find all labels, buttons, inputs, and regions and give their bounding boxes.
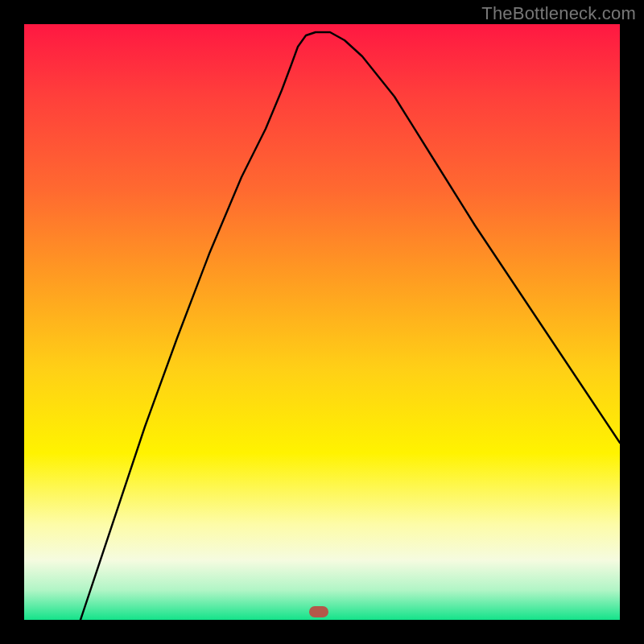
plot-area — [24, 24, 620, 620]
watermark-label: TheBottleneck.com — [481, 3, 636, 24]
chart-frame: TheBottleneck.com — [0, 0, 644, 644]
optimal-point-marker — [309, 606, 328, 617]
bottleneck-curve — [24, 24, 620, 620]
